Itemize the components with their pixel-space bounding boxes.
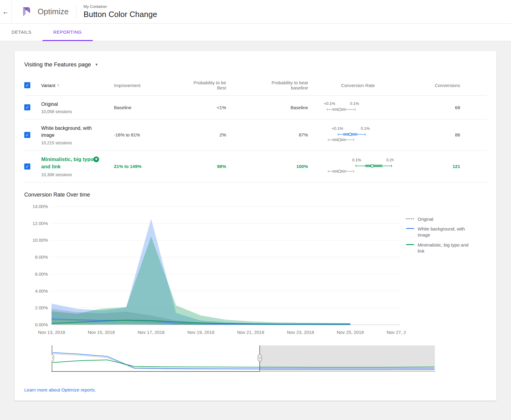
conversion-chart-svg: 14.00%12.00%10.00%8.00%6.00%4.00%2.00%0.… — [24, 203, 406, 339]
learn-more-link[interactable]: Learn more about Optimize reports. — [24, 387, 96, 392]
back-arrow-icon: ← — [2, 8, 9, 15]
conversion-rate-interval-plot: <0.1%0.1% — [322, 101, 394, 113]
container-label: My Container — [84, 4, 157, 9]
svg-text:12.00%: 12.00% — [32, 221, 48, 226]
column-header-conversions: Conversions — [408, 83, 487, 88]
improvement-value: -16% to 81% — [114, 132, 175, 137]
svg-text:Nov 13, 2018: Nov 13, 2018 — [38, 330, 65, 335]
svg-text:6.00%: 6.00% — [35, 271, 48, 277]
select-all-checkbox[interactable]: ✓ — [24, 82, 30, 88]
timeline-brush[interactable] — [52, 345, 436, 375]
brush-handle[interactable] — [52, 345, 54, 371]
legend-swatch-icon — [406, 244, 414, 245]
prob-beat-value: 87% — [226, 132, 308, 137]
variant-sessions: 10,308 sessions — [41, 172, 114, 177]
svg-text:8.00%: 8.00% — [35, 254, 48, 260]
brush-svg[interactable] — [52, 345, 436, 374]
legend-item: Original — [406, 216, 479, 222]
svg-text:0.00%: 0.00% — [35, 322, 48, 327]
variant-name: Minimalistic, big typo and link ★ — [41, 156, 95, 171]
svg-text:<0.1%: <0.1% — [324, 101, 335, 106]
svg-text:Nov 25, 2018: Nov 25, 2018 — [337, 330, 364, 335]
conversions-value: 68 — [408, 105, 487, 110]
variant-name: Original — [41, 101, 102, 108]
back-button[interactable]: ← — [0, 0, 12, 23]
sort-ascending-icon: ↑ — [57, 83, 59, 88]
chart-legend: OriginalWhite background, with imageMini… — [406, 203, 479, 258]
svg-text:4.00%: 4.00% — [35, 288, 48, 293]
conversion-rate-interval-plot: 0.1%0.2% — [322, 158, 394, 175]
conversions-value: 121 — [408, 164, 487, 169]
svg-text:Nov 15, 2018: Nov 15, 2018 — [88, 330, 115, 335]
svg-text:0.1%: 0.1% — [361, 126, 370, 131]
svg-text:<0.1%: <0.1% — [332, 126, 343, 131]
chart-section-title: Conversion Rate Over time — [24, 192, 487, 198]
logo-area: Optimize — [12, 6, 69, 18]
prob-beat-value: 100% — [226, 164, 308, 169]
improvement-value: 21% to 149% — [114, 164, 175, 169]
table-row: ✓ Original 10,058 sessions Baseline <1% … — [24, 96, 487, 119]
legend-label: Original — [418, 216, 433, 222]
prob-best-value: <1% — [175, 105, 226, 110]
app-name: Optimize — [38, 7, 69, 16]
column-header-improvement: Improvement — [114, 83, 175, 88]
objective-label: Visiting the Features page — [24, 61, 91, 68]
legend-swatch-icon — [406, 218, 414, 219]
svg-text:14.00%: 14.00% — [32, 204, 48, 209]
svg-text:Nov 23, 2018: Nov 23, 2018 — [287, 330, 314, 335]
tab-details[interactable]: DETAILS — [1, 24, 42, 41]
column-header-prob-beat: Probability to beat baseline — [226, 80, 308, 90]
legend-item: Minimalistic, big typo and link — [406, 242, 479, 254]
prob-beat-value: Baseline — [226, 105, 308, 110]
row-checkbox[interactable]: ✓ — [24, 163, 30, 170]
leader-star-icon: ★ — [93, 156, 99, 162]
title-block: My Container Button Color Change — [84, 4, 157, 19]
legend-label: White background, with image — [418, 226, 472, 238]
svg-text:10.00%: 10.00% — [32, 237, 48, 243]
variant-sessions: 10,058 sessions — [41, 109, 114, 114]
svg-text:Nov 19, 2018: Nov 19, 2018 — [187, 330, 214, 335]
objective-selector[interactable]: Visiting the Features page ▼ — [24, 61, 98, 68]
report-card: Visiting the Features page ▼ ✓ Variant ↑… — [15, 51, 496, 401]
svg-text:Nov 17, 2018: Nov 17, 2018 — [138, 330, 165, 335]
svg-text:0.1%: 0.1% — [352, 158, 361, 162]
legend-item: White background, with image — [406, 226, 479, 238]
tab-bar: DETAILS REPORTING — [0, 24, 511, 41]
column-header-variant[interactable]: Variant ↑ — [41, 83, 114, 88]
header-divider — [76, 5, 76, 19]
improvement-value: Baseline — [114, 105, 175, 110]
legend-swatch-icon — [406, 228, 414, 229]
conversions-value: 86 — [408, 132, 487, 137]
svg-text:2.00%: 2.00% — [35, 305, 48, 310]
variant-name: White background, with image — [41, 125, 102, 139]
column-header-conversion-rate: Conversion Rate — [308, 83, 408, 88]
row-checkbox[interactable]: ✓ — [24, 132, 30, 138]
row-checkbox[interactable]: ✓ — [24, 104, 30, 110]
column-header-prob-best: Probability to be Best — [175, 80, 226, 90]
table-row: ✓ White background, with image 10,215 se… — [24, 119, 487, 150]
svg-text:0.2%: 0.2% — [386, 158, 393, 162]
legend-label: Minimalistic, big typo and link — [418, 242, 472, 254]
svg-text:Nov 27, 2018: Nov 27, 2018 — [386, 330, 406, 335]
chart-area: 14.00%12.00%10.00%8.00%6.00%4.00%2.00%0.… — [24, 203, 487, 339]
svg-text:0.1%: 0.1% — [350, 101, 359, 106]
variant-sessions: 10,215 sessions — [41, 140, 114, 145]
page-title: Button Color Change — [84, 10, 157, 19]
prob-best-value: 2% — [175, 132, 226, 137]
table-header: ✓ Variant ↑ Improvement Probability to b… — [24, 78, 487, 96]
conversion-rate-interval-plot: <0.1%0.1% — [322, 126, 394, 144]
svg-text:Nov 21, 2018: Nov 21, 2018 — [237, 330, 264, 335]
top-bar: ← Optimize My Container Button Color Cha… — [0, 0, 511, 24]
optimize-logo-icon — [21, 6, 33, 18]
tab-reporting[interactable]: REPORTING — [42, 24, 93, 41]
table-row: ✓ Minimalistic, big typo and link ★ 10,3… — [24, 151, 487, 183]
prob-best-value: 98% — [175, 164, 226, 169]
chevron-down-icon: ▼ — [95, 62, 98, 67]
